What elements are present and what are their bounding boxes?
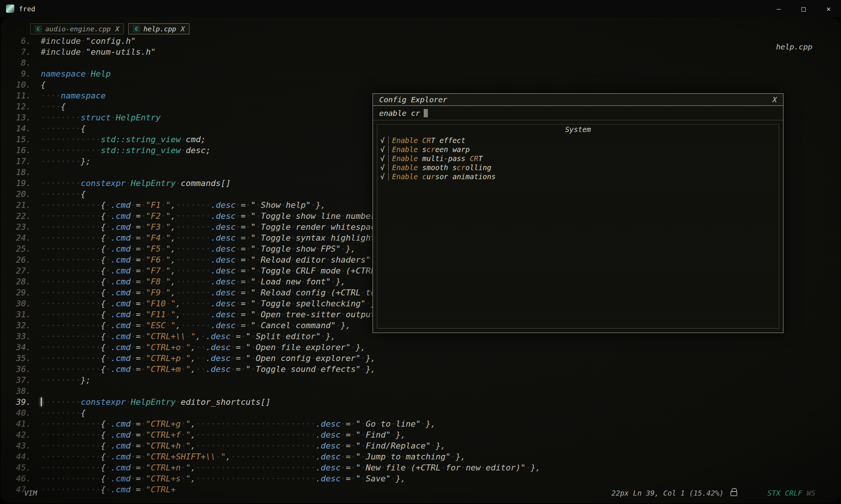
cpp-file-icon: C bbox=[35, 25, 42, 32]
line-number: 23. bbox=[10, 221, 31, 232]
tab-help.cpp[interactable]: Chelp.cppX bbox=[128, 23, 189, 34]
code-line[interactable]: 41.············{·.cmd·=·"CTRL+g·",······… bbox=[10, 418, 840, 429]
code-line[interactable]: 6.#include·"config.h" bbox=[10, 35, 840, 46]
code-line[interactable]: 8. bbox=[10, 57, 840, 68]
search-text-cursor bbox=[424, 109, 428, 117]
code-line[interactable]: 44.············{·.cmd·=·"CTRL+SHIFT+\\·"… bbox=[10, 451, 840, 462]
config-option-label: Enable multi-pass CRT bbox=[392, 154, 483, 163]
line-number: 33. bbox=[10, 331, 31, 342]
line-content: ············{·.cmd·=·"F3·",·······.desc·… bbox=[41, 221, 401, 232]
cursor-position-indicator: 22px Ln 39, Col 1 (15.42%) bbox=[612, 489, 724, 497]
popup-close-button[interactable]: X bbox=[773, 95, 777, 104]
line-number: 18. bbox=[10, 167, 31, 178]
minimize-button[interactable]: — bbox=[766, 0, 791, 17]
cpp-file-icon: C bbox=[133, 25, 140, 32]
close-button[interactable]: ✕ bbox=[816, 0, 841, 17]
line-number: 30. bbox=[10, 298, 31, 309]
line-number: 6. bbox=[10, 35, 31, 46]
vim-mode-indicator: VIM bbox=[24, 489, 37, 497]
line-content: ········constexpr·HelpEntry·editor_short… bbox=[41, 396, 271, 407]
code-line[interactable]: 7.#include·"enum-utils.h" bbox=[10, 46, 840, 57]
line-number: 34. bbox=[10, 342, 31, 353]
line-content: ············{·.cmd·=·"F8·",·······.desc·… bbox=[41, 276, 346, 287]
checkbox-checked-icon[interactable]: √ bbox=[380, 154, 389, 163]
config-option[interactable]: √Enable CRT effect bbox=[380, 136, 776, 145]
line-content: #include·"enum-utils.h" bbox=[41, 46, 156, 57]
code-line[interactable]: 43.············{·.cmd·=·"CTRL+h·",······… bbox=[10, 440, 840, 451]
config-option[interactable]: √Enable smooth scrolling bbox=[380, 163, 776, 172]
line-content: ············{·.cmd·=·"CTRL+n·",·········… bbox=[41, 462, 541, 473]
window-controls: — □ ✕ bbox=[766, 0, 841, 17]
line-content: ········}; bbox=[41, 375, 91, 386]
config-option[interactable]: √Enable screen warp bbox=[380, 145, 776, 154]
status-bar: VIM 22px Ln 39, Col 1 (15.42%) STX CRLF … bbox=[1, 487, 840, 503]
line-content: ········struct·HelpEntry bbox=[41, 112, 161, 123]
line-number: 31. bbox=[10, 309, 31, 320]
line-content: ········{ bbox=[41, 189, 86, 200]
line-content: ············{·.cmd·=·"F2·",·······.desc·… bbox=[41, 211, 401, 221]
tab-close-icon[interactable]: X bbox=[181, 25, 185, 33]
checkbox-checked-icon[interactable]: √ bbox=[380, 145, 389, 154]
line-number: 38. bbox=[10, 386, 31, 396]
line-content: ············{·.cmd·=·"F6·",·······.desc·… bbox=[41, 254, 386, 265]
line-number: 35. bbox=[10, 353, 31, 364]
line-content: ············{·.cmd·=·"CTRL+g·",·········… bbox=[41, 418, 436, 429]
code-line[interactable]: 45.············{·.cmd·=·"CTRL+n·",······… bbox=[10, 462, 840, 473]
tab-close-icon[interactable]: X bbox=[115, 25, 119, 33]
code-line[interactable]: 39.········constexpr·HelpEntry·editor_sh… bbox=[10, 396, 840, 407]
line-content: ············std::string_view·desc; bbox=[41, 145, 211, 156]
tab-bar: Caudio-engine.cppXChelp.cppX bbox=[30, 23, 189, 34]
lock-icon bbox=[730, 491, 737, 496]
line-content: ············{·.cmd·=·"CTRL+p·",··.desc·=… bbox=[41, 353, 376, 364]
popup-titlebar[interactable]: Config Explorer X bbox=[373, 94, 783, 106]
line-number: 10. bbox=[10, 79, 31, 90]
line-number: 15. bbox=[10, 134, 31, 145]
line-content: ········}; bbox=[41, 156, 91, 167]
config-option-label: Enable screen warp bbox=[392, 145, 470, 154]
code-line[interactable]: 46.············{·.cmd·=·"CTRL+s·",······… bbox=[10, 473, 840, 484]
config-option[interactable]: √Enable multi-pass CRT bbox=[380, 154, 776, 163]
code-line[interactable]: 40.········{ bbox=[10, 407, 840, 418]
code-line[interactable]: 36.············{·.cmd·=·"CTRL+m·",··.des… bbox=[10, 364, 840, 375]
config-list: System √Enable CRT effect√Enable screen … bbox=[377, 124, 779, 329]
line-number: 17. bbox=[10, 156, 31, 167]
status-stx: STX bbox=[767, 489, 780, 497]
checkbox-checked-icon[interactable]: √ bbox=[380, 163, 389, 172]
code-line[interactable]: 9.namespace·Help bbox=[10, 68, 840, 79]
line-number: 44. bbox=[10, 451, 31, 462]
line-content: ············{·.cmd·=·"F10·",······.desc·… bbox=[41, 298, 381, 309]
line-content: ············{·.cmd·=·"CTRL+SHIFT+\\·",··… bbox=[41, 451, 466, 462]
code-line[interactable]: 37.········}; bbox=[10, 375, 840, 386]
config-search-input[interactable]: enable cr bbox=[373, 106, 783, 120]
line-number: 11. bbox=[10, 90, 31, 101]
code-line[interactable]: 35.············{·.cmd·=·"CTRL+p·",··.des… bbox=[10, 353, 840, 364]
line-number: 25. bbox=[10, 243, 31, 254]
line-number: 46. bbox=[10, 473, 31, 484]
config-option-label: Enable smooth scrolling bbox=[392, 163, 491, 172]
line-number: 7. bbox=[10, 46, 31, 57]
line-number: 28. bbox=[10, 276, 31, 287]
line-number: 22. bbox=[10, 211, 31, 221]
maximize-button[interactable]: □ bbox=[791, 0, 816, 17]
config-option[interactable]: √Enable cursor animations bbox=[380, 172, 776, 181]
status-ws: WS bbox=[807, 489, 815, 497]
code-line[interactable]: 42.············{·.cmd·=·"CTRL+f·",······… bbox=[10, 429, 840, 440]
code-line[interactable]: 38. bbox=[10, 386, 840, 396]
line-number: 37. bbox=[10, 375, 31, 386]
code-line[interactable]: 10.{ bbox=[10, 79, 840, 90]
line-number: 40. bbox=[10, 407, 31, 418]
checkbox-checked-icon[interactable]: √ bbox=[380, 172, 389, 181]
line-content: ············{·.cmd·=·"F11·",······.desc·… bbox=[41, 309, 396, 320]
tab-audio-engine.cpp[interactable]: Caudio-engine.cppX bbox=[30, 23, 124, 34]
config-explorer-popup: Config Explorer X enable cr System √Enab… bbox=[372, 93, 784, 333]
code-line[interactable]: 34.············{·.cmd·=·"CTRL+o·",··.des… bbox=[10, 342, 840, 353]
line-content: #include·"config.h" bbox=[41, 35, 136, 46]
checkbox-checked-icon[interactable]: √ bbox=[380, 136, 389, 144]
line-number: 27. bbox=[10, 265, 31, 276]
line-number: 41. bbox=[10, 418, 31, 429]
line-content: namespace·Help bbox=[41, 68, 111, 79]
line-number: 24. bbox=[10, 232, 31, 243]
line-number: 43. bbox=[10, 440, 31, 451]
line-content: ············{·.cmd·=·"CTRL+s·",·········… bbox=[41, 473, 406, 484]
line-number: 8. bbox=[10, 57, 31, 68]
